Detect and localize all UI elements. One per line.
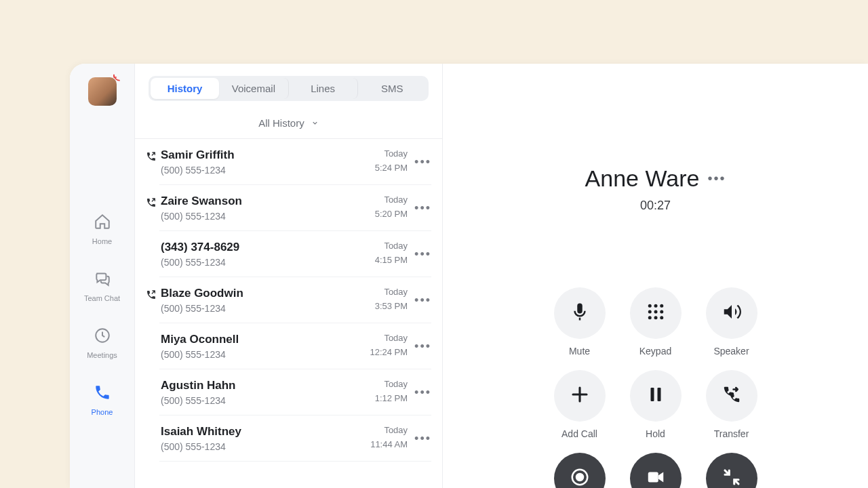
- transfer-button[interactable]: [706, 370, 757, 422]
- history-more-button[interactable]: •••: [414, 340, 431, 354]
- outgoing-call-icon: [146, 289, 157, 300]
- video-button[interactable]: [630, 453, 682, 488]
- history-row[interactable]: Samir Griffith(500) 555-1234Today5:24 PM…: [135, 139, 442, 185]
- call-control-transfer: Transfer: [694, 370, 770, 439]
- outgoing-call-icon: [146, 197, 157, 208]
- tab-sms[interactable]: SMS: [358, 78, 427, 99]
- history-day: Today: [384, 333, 408, 343]
- history-more-button[interactable]: •••: [414, 155, 431, 169]
- tab-lines[interactable]: Lines: [289, 78, 358, 99]
- history-hour: 4:15 PM: [375, 255, 408, 265]
- record-button[interactable]: [554, 453, 606, 488]
- history-more-button[interactable]: •••: [414, 432, 431, 446]
- tabs: History Voicemail Lines SMS: [149, 76, 429, 101]
- clock-icon: [94, 327, 111, 347]
- mute-icon: [570, 302, 590, 325]
- record-icon: [570, 467, 590, 488]
- nav-teamchat[interactable]: Team Chat: [70, 258, 134, 314]
- callee-more-button[interactable]: •••: [707, 171, 726, 186]
- tab-voicemail[interactable]: Voicemail: [219, 78, 288, 99]
- history-main: Samir Griffith(500) 555-1234: [161, 148, 375, 176]
- transfer-label: Transfer: [714, 428, 749, 439]
- history-main: (343) 374-8629(500) 555-1234: [161, 241, 375, 268]
- active-call-panel: Anne Ware ••• 00:27 MuteKeypadSpeakerAdd…: [443, 64, 868, 488]
- history-name: Isaiah Whitney: [161, 425, 370, 439]
- call-control-collapse: [694, 453, 770, 488]
- history-row[interactable]: Miya Oconnell(500) 555-1234Today12:24 PM…: [135, 323, 442, 369]
- addcall-button[interactable]: [554, 370, 606, 422]
- user-avatar[interactable]: [88, 77, 117, 106]
- call-control-addcall: Add Call: [542, 370, 618, 439]
- addcall-icon: [570, 384, 590, 407]
- history-name: Agustin Hahn: [161, 379, 375, 392]
- history-main: Miya Oconnell(500) 555-1234: [161, 333, 370, 360]
- speaker-icon: [722, 302, 742, 325]
- transfer-icon: [722, 384, 742, 407]
- history-day: Today: [384, 195, 408, 205]
- history-time: Today11:44 AM: [370, 425, 408, 449]
- mute-button[interactable]: [554, 287, 606, 339]
- history-main: Isaiah Whitney(500) 555-1234: [161, 425, 370, 452]
- keypad-button[interactable]: [630, 287, 682, 339]
- history-main: Agustin Hahn(500) 555-1234: [161, 379, 375, 406]
- svg-point-5: [654, 310, 657, 314]
- history-more-button[interactable]: •••: [414, 386, 431, 400]
- collapse-button[interactable]: [706, 453, 757, 488]
- history-more-button[interactable]: •••: [414, 201, 431, 216]
- history-day: Today: [384, 379, 408, 389]
- callee-name: Anne Ware: [585, 165, 700, 192]
- history-day: Today: [384, 241, 408, 251]
- history-filter[interactable]: All History: [135, 109, 442, 139]
- history-number: (500) 555-1234: [161, 349, 370, 360]
- svg-point-13: [575, 473, 584, 482]
- history-name: Blaze Goodwin: [161, 287, 375, 300]
- history-time: Today4:15 PM: [375, 241, 408, 265]
- history-hour: 12:24 PM: [370, 347, 408, 357]
- nav-meetings[interactable]: Meetings: [70, 314, 134, 371]
- svg-point-6: [660, 310, 663, 314]
- history-number: (500) 555-1234: [161, 257, 375, 268]
- speaker-button[interactable]: [706, 287, 757, 339]
- call-control-hold: Hold: [618, 370, 694, 439]
- history-number: (500) 555-1234: [161, 165, 375, 176]
- svg-point-8: [654, 316, 657, 319]
- history-day: Today: [384, 425, 408, 435]
- history-time: Today12:24 PM: [370, 333, 408, 357]
- history-row[interactable]: Isaiah Whitney(500) 555-1234Today11:44 A…: [135, 415, 442, 462]
- history-row[interactable]: Blaze Goodwin(500) 555-1234Today3:53 PM•…: [135, 277, 442, 323]
- svg-rect-10: [650, 388, 654, 401]
- keypad-icon: [646, 302, 666, 325]
- history-more-button[interactable]: •••: [414, 293, 431, 308]
- missed-call-badge-icon: [111, 73, 122, 84]
- history-time: Today5:20 PM: [375, 195, 408, 219]
- history-hour: 5:24 PM: [375, 163, 408, 173]
- svg-rect-14: [648, 472, 658, 483]
- mute-label: Mute: [569, 346, 590, 357]
- hold-button[interactable]: [630, 370, 682, 422]
- collapse-icon: [722, 467, 742, 488]
- history-row[interactable]: (343) 374-8629(500) 555-1234Today4:15 PM…: [135, 231, 442, 277]
- call-control-video: [618, 453, 694, 488]
- history-number: (500) 555-1234: [161, 303, 375, 314]
- svg-point-4: [648, 310, 651, 314]
- history-filter-label: All History: [258, 117, 304, 129]
- history-number: (500) 555-1234: [161, 211, 375, 222]
- history-number: (500) 555-1234: [161, 395, 375, 406]
- history-main: Blaze Goodwin(500) 555-1234: [161, 287, 375, 314]
- nav-home[interactable]: Home: [70, 201, 134, 258]
- tab-history[interactable]: History: [151, 78, 219, 99]
- svg-point-9: [660, 316, 663, 319]
- nav-phone[interactable]: Phone: [70, 371, 134, 428]
- nav-rail: Home Team Chat Meetings: [70, 64, 135, 488]
- svg-point-3: [660, 304, 663, 308]
- call-controls: MuteKeypadSpeakerAdd CallHoldTransfer: [542, 287, 770, 488]
- history-row[interactable]: Zaire Swanson(500) 555-1234Today5:20 PM•…: [135, 185, 442, 231]
- history-row[interactable]: Agustin Hahn(500) 555-1234Today1:12 PM••…: [135, 369, 442, 415]
- history-list: Samir Griffith(500) 555-1234Today5:24 PM…: [135, 139, 442, 488]
- svg-rect-11: [657, 388, 660, 401]
- history-more-button[interactable]: •••: [414, 247, 431, 262]
- tabs-container: History Voicemail Lines SMS: [135, 64, 442, 109]
- nav-phone-label: Phone: [92, 408, 113, 416]
- phone-icon: [94, 384, 111, 404]
- history-hour: 3:53 PM: [375, 301, 408, 311]
